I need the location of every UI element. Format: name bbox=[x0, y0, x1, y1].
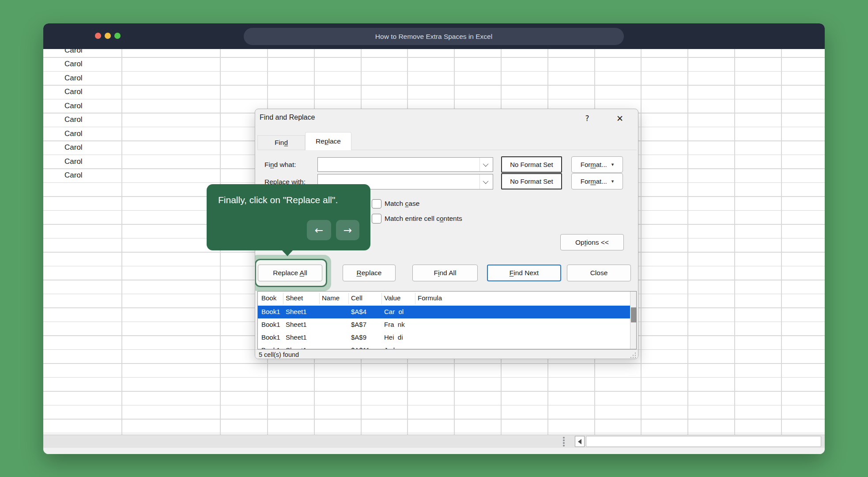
zoom-traffic-light-icon[interactable] bbox=[114, 33, 121, 39]
sheet-cell[interactable]: Carol bbox=[43, 168, 121, 182]
tutorial-forward-button[interactable]: → bbox=[336, 220, 359, 240]
desktop-background: CarolCarolCarolCarolCarolCarolCarolCarol… bbox=[0, 0, 868, 477]
results-header: BookSheetNameCellValueFormula bbox=[258, 292, 631, 306]
result-row[interactable]: Book1Sheet1$A$11Jud y bbox=[258, 344, 631, 349]
tab-find-label: Find bbox=[275, 139, 288, 147]
result-cell: Book1 bbox=[261, 346, 280, 349]
find-what-dropdown-button[interactable] bbox=[479, 158, 493, 171]
sheet-cell[interactable]: Carol bbox=[43, 113, 121, 127]
replace-all-label: Replace All bbox=[273, 269, 307, 277]
options-button-label: Options << bbox=[575, 238, 609, 246]
find-format-button[interactable]: Format... ▾ bbox=[571, 156, 623, 173]
find-all-label: Find All bbox=[434, 269, 457, 277]
match-entire-cell-checkbox[interactable] bbox=[372, 214, 381, 223]
tutorial-tooltip-text: Finally, click on "Replace all". bbox=[218, 195, 364, 205]
results-column-header[interactable]: Value bbox=[384, 294, 400, 302]
bottom-scrollbar-area bbox=[43, 435, 825, 448]
row-gridline bbox=[43, 377, 825, 378]
window-bottom-strip bbox=[43, 448, 825, 454]
scrollbar-grip-dots-icon[interactable] bbox=[563, 437, 565, 447]
sheet-cell[interactable]: Carol bbox=[43, 85, 121, 99]
results-scrollbar[interactable] bbox=[630, 292, 636, 349]
result-cell: $A$7 bbox=[351, 321, 366, 328]
resize-grip-icon[interactable] bbox=[630, 352, 636, 358]
tab-find[interactable]: Find bbox=[257, 135, 305, 150]
format-button-label: Format... bbox=[581, 178, 607, 185]
results-list[interactable]: BookSheetNameCellValueFormula Book1Sheet… bbox=[257, 291, 637, 349]
result-cell: $A$11 bbox=[351, 346, 370, 349]
row-gridline bbox=[43, 57, 825, 58]
tab-replace[interactable]: Replace bbox=[305, 132, 351, 150]
results-column-header[interactable]: Formula bbox=[418, 294, 442, 302]
row-gridline bbox=[43, 391, 825, 392]
sheet-cell[interactable]: Carol bbox=[43, 57, 121, 71]
sheet-cell[interactable]: Carol bbox=[43, 99, 121, 113]
row-gridline bbox=[43, 405, 825, 406]
result-cell: $A$4 bbox=[351, 308, 366, 315]
minimize-traffic-light-icon[interactable] bbox=[105, 33, 111, 39]
close-icon[interactable]: ✕ bbox=[613, 112, 627, 125]
tab-replace-label: Replace bbox=[316, 137, 341, 145]
header-separator bbox=[348, 293, 349, 304]
tutorial-tooltip: Finally, click on "Replace all". ← → bbox=[207, 184, 370, 250]
row-gridline bbox=[43, 419, 825, 420]
window-titlebar[interactable]: How to Remove Extra Spaces in Excel bbox=[43, 23, 825, 49]
sheet-cell[interactable]: Carol bbox=[43, 49, 121, 57]
sheet-cell[interactable]: Carol bbox=[43, 71, 121, 85]
result-cell: Book1 bbox=[261, 321, 280, 328]
row-gridline bbox=[43, 71, 825, 72]
window-title: How to Remove Extra Spaces in Excel bbox=[244, 28, 624, 45]
result-cell: Fra nk bbox=[384, 321, 405, 328]
replace-format-preview: No Format Set bbox=[501, 173, 562, 189]
find-all-button[interactable]: Find All bbox=[412, 265, 478, 281]
help-icon[interactable]: ? bbox=[581, 113, 593, 124]
replace-label: Replace bbox=[357, 269, 382, 277]
header-separator bbox=[381, 293, 382, 304]
dropdown-arrow-icon: ▾ bbox=[611, 178, 614, 184]
format-button-label: Format... bbox=[581, 161, 607, 168]
result-cell: Sheet1 bbox=[286, 346, 307, 349]
result-row[interactable]: Book1Sheet1$A$9Hei di bbox=[258, 331, 631, 344]
header-separator bbox=[283, 293, 283, 304]
horizontal-scrollbar[interactable] bbox=[586, 436, 821, 447]
row-gridline bbox=[43, 85, 825, 86]
results-column-header[interactable]: Book bbox=[261, 294, 276, 302]
result-row[interactable]: Book1Sheet1$A$7Fra nk bbox=[258, 318, 631, 331]
find-what-label: Find what: bbox=[264, 157, 296, 172]
result-row[interactable]: Book1Sheet1$A$4Car ol bbox=[258, 306, 631, 318]
scroll-left-button[interactable] bbox=[575, 436, 585, 447]
arrow-right-icon: → bbox=[343, 224, 352, 236]
results-column-header[interactable]: Cell bbox=[351, 294, 362, 302]
result-cell: Book1 bbox=[261, 308, 280, 315]
dropdown-arrow-icon: ▾ bbox=[611, 162, 614, 167]
replace-with-dropdown-button[interactable] bbox=[479, 174, 493, 189]
find-next-label: Find Next bbox=[509, 269, 539, 277]
find-what-input[interactable] bbox=[317, 157, 493, 172]
results-column-header[interactable]: Sheet bbox=[286, 294, 303, 302]
dialog-title: Find and Replace bbox=[260, 114, 315, 121]
replace-all-button[interactable]: Replace All bbox=[258, 265, 322, 281]
close-button[interactable]: Close bbox=[567, 265, 631, 281]
result-cell: Car ol bbox=[384, 308, 404, 315]
row-gridline bbox=[43, 363, 825, 364]
options-button[interactable]: Options << bbox=[560, 234, 624, 250]
result-cell: Sheet1 bbox=[286, 333, 307, 341]
replace-format-button[interactable]: Format... ▾ bbox=[571, 173, 623, 189]
close-traffic-light-icon[interactable] bbox=[95, 33, 101, 39]
sheet-cell[interactable]: Carol bbox=[43, 140, 121, 155]
tutorial-back-button[interactable]: ← bbox=[307, 220, 331, 240]
results-scrollbar-thumb[interactable] bbox=[631, 307, 636, 322]
replace-button[interactable]: Replace bbox=[343, 265, 396, 281]
result-cell: Sheet1 bbox=[286, 308, 307, 315]
result-cell: Jud y bbox=[384, 346, 402, 349]
row-gridline bbox=[43, 433, 825, 434]
find-format-preview: No Format Set bbox=[501, 156, 562, 173]
sheet-cell[interactable]: Carol bbox=[43, 155, 121, 169]
chevron-down-icon bbox=[483, 178, 489, 184]
find-next-button[interactable]: Find Next bbox=[487, 265, 561, 281]
arrow-left-icon: ← bbox=[315, 224, 323, 236]
sheet-cell[interactable]: Carol bbox=[43, 127, 121, 141]
result-cell: $A$9 bbox=[351, 333, 366, 341]
results-column-header[interactable]: Name bbox=[322, 294, 340, 302]
match-case-checkbox[interactable] bbox=[372, 199, 381, 208]
